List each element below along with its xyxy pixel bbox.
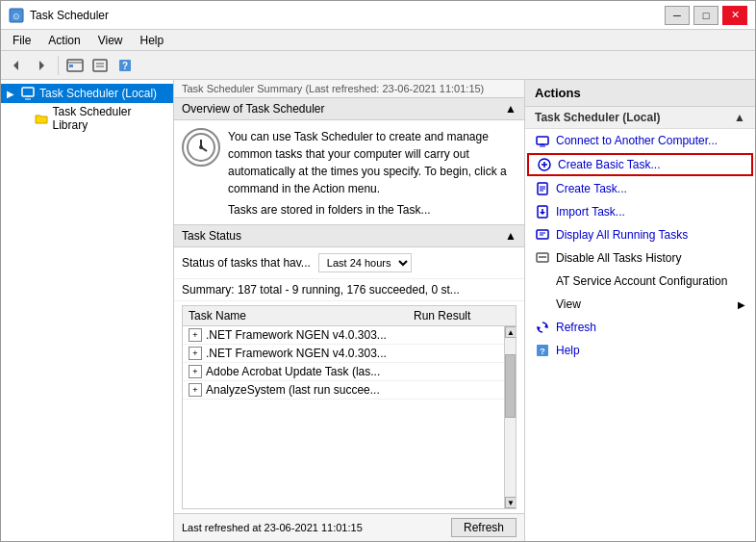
task-name-4: AnalyzeSystem (last run succee... [206, 383, 498, 397]
overview-body: You can use Task Scheduler to create and… [174, 120, 524, 224]
action-at-service[interactable]: AT Service Account Configuration [525, 270, 755, 293]
svg-point-18 [199, 145, 203, 149]
app-icon: ⊙ [9, 8, 24, 23]
refresh-button[interactable]: Refresh [451, 518, 517, 537]
action-display-running[interactable]: Display All Running Tasks [525, 223, 755, 246]
action-refresh[interactable]: Refresh [525, 316, 755, 339]
tree-arrow-local: ▶ [7, 89, 16, 99]
forward-icon [35, 59, 48, 72]
overview-text-container: You can use Task Scheduler to create and… [228, 128, 517, 217]
action-view-label: View [556, 297, 581, 311]
left-panel: ▶ Task Scheduler (Local) Task [1, 80, 174, 541]
action-connect-label: Connect to Another Computer... [556, 134, 718, 147]
task-table: Task Name Run Result + .NET Framework NG… [182, 305, 517, 509]
action-help-label: Help [556, 344, 580, 357]
connect-icon [535, 133, 550, 148]
svg-marker-31 [540, 212, 545, 215]
back-icon [10, 59, 23, 72]
task-name-1: .NET Framework NGEN v4.0.303... [206, 328, 498, 342]
help-toolbar-button[interactable]: ? [113, 54, 137, 77]
window-title: Task Scheduler [30, 9, 109, 22]
overview-section: Overview of Task Scheduler ▲ You can use [174, 98, 524, 225]
task-status-header[interactable]: Task Status ▲ [174, 225, 524, 247]
minimize-button[interactable]: ─ [665, 6, 690, 25]
table-row: + .NET Framework NGEN v4.0.303... [183, 345, 504, 363]
svg-rect-19 [537, 137, 548, 144]
scroll-down-arrow[interactable]: ▼ [505, 497, 516, 508]
at-service-icon [535, 273, 550, 289]
action-create-task[interactable]: Create Task... [525, 177, 755, 200]
center-footer: Last refreshed at 23-06-2021 11:01:15 Re… [174, 513, 524, 541]
svg-rect-6 [69, 65, 73, 67]
overview-section-header[interactable]: Overview of Task Scheduler ▲ [174, 98, 524, 120]
action-disable-history[interactable]: Disable All Tasks History [525, 246, 755, 270]
action-display-running-label: Display All Running Tasks [556, 228, 688, 242]
action-section-title[interactable]: Task Scheduler (Local) ▲ [525, 107, 755, 129]
action-view[interactable]: View ▶ [525, 293, 755, 316]
action-import[interactable]: Import Task... [525, 200, 755, 223]
center-panel: Task Scheduler Summary (Last refreshed: … [174, 80, 524, 541]
menu-view[interactable]: View [90, 32, 131, 49]
task-status-title: Task Status [182, 229, 241, 243]
menu-action[interactable]: Action [40, 32, 88, 49]
title-bar: ⊙ Task Scheduler ─ □ ✕ [1, 1, 755, 30]
status-filter-row: Status of tasks that hav... Last 24 hour… [174, 247, 524, 279]
scroll-up-arrow[interactable]: ▲ [505, 326, 516, 338]
folder-icon [34, 111, 49, 126]
time-filter-select[interactable]: Last 24 hours [318, 253, 412, 272]
properties-button[interactable] [88, 54, 112, 77]
table-row: + Adobe Acrobat Update Task (las... [183, 363, 504, 381]
center-header: Task Scheduler Summary (Last refreshed: … [174, 80, 524, 98]
close-button[interactable]: ✕ [722, 6, 747, 25]
title-controls: ─ □ ✕ [665, 6, 747, 25]
computer-icon [20, 86, 36, 101]
action-section-arrow: ▲ [734, 111, 745, 124]
summary-text: Summary: 187 total - 9 running, 176 succ… [182, 283, 460, 297]
refresh-icon [535, 320, 550, 335]
menu-file[interactable]: File [5, 32, 38, 49]
task-scheduler-window: ⊙ Task Scheduler ─ □ ✕ File Action View … [0, 0, 756, 542]
display-running-icon [535, 227, 550, 243]
action-connect[interactable]: Connect to Another Computer... [525, 129, 755, 152]
import-icon [535, 204, 550, 219]
svg-marker-3 [39, 61, 44, 70]
tree-item-library[interactable]: Task Scheduler Library [1, 103, 173, 134]
svg-rect-12 [22, 88, 34, 96]
table-scrollbar[interactable]: ▲ ▼ [504, 326, 516, 508]
overview-title: Overview of Task Scheduler [182, 102, 325, 116]
actions-header: Actions [525, 80, 755, 107]
task-table-header: Task Name Run Result [183, 306, 516, 326]
maximize-button[interactable]: □ [693, 6, 718, 25]
main-content: ▶ Task Scheduler (Local) Task [1, 80, 755, 541]
tree-label-local: Task Scheduler (Local) [39, 87, 157, 100]
toolbar: ? [1, 51, 755, 80]
view-icon [535, 297, 550, 312]
show-hide-console-button[interactable] [63, 54, 87, 77]
overview-text2: Tasks are stored in folders in the Task.… [228, 203, 517, 217]
menu-help[interactable]: Help [133, 32, 172, 49]
action-help[interactable]: ? Help [525, 339, 755, 362]
summary-row: Summary: 187 total - 9 running, 176 succ… [174, 279, 524, 301]
action-disable-history-label: Disable All Tasks History [556, 251, 682, 265]
console-icon [66, 59, 84, 72]
menu-bar: File Action View Help [1, 30, 755, 51]
svg-rect-7 [93, 60, 107, 71]
create-basic-icon [537, 157, 552, 172]
toolbar-separator [58, 56, 59, 75]
forward-button[interactable] [30, 54, 53, 77]
action-import-label: Import Task... [556, 205, 625, 219]
action-refresh-label: Refresh [556, 321, 596, 334]
filter-label: Status of tasks that hav... [182, 256, 311, 270]
action-create-basic[interactable]: Create Basic Task... [527, 153, 753, 176]
title-bar-left: ⊙ Task Scheduler [9, 8, 109, 23]
last-refreshed-text: Last refreshed at 23-06-2021 11:01:15 [182, 522, 363, 533]
col-task-name: Task Name [189, 309, 414, 323]
overview-collapse-icon: ▲ [505, 102, 517, 116]
svg-marker-2 [13, 61, 18, 70]
task-row-icon: + [189, 328, 202, 342]
tree-label-library: Task Scheduler Library [52, 105, 167, 132]
tree-item-local[interactable]: ▶ Task Scheduler (Local) [1, 84, 173, 103]
view-submenu-arrow: ▶ [738, 299, 745, 310]
back-button[interactable] [5, 54, 28, 77]
properties-icon [92, 59, 108, 72]
